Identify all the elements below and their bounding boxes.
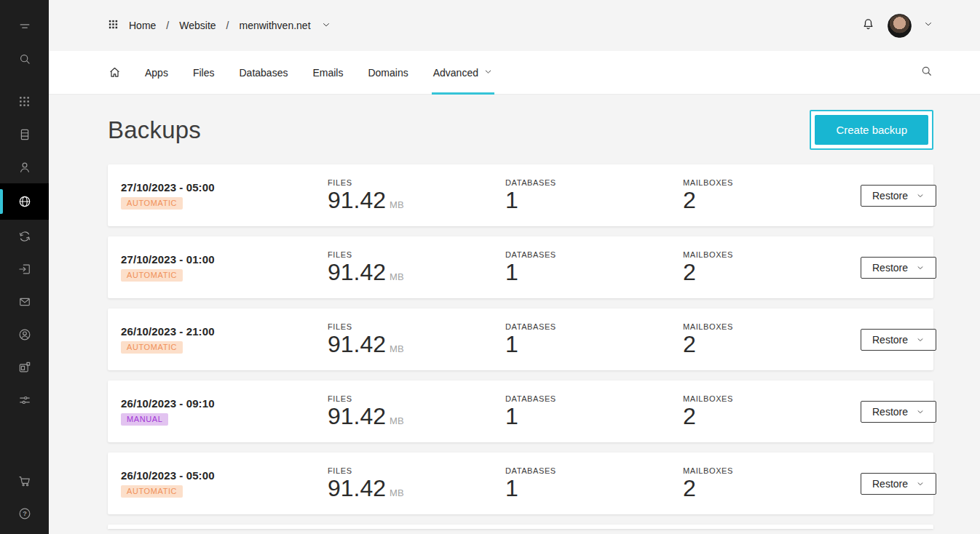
restore-button[interactable]: Restore [861, 329, 936, 351]
mailboxes-value: 2 [683, 405, 861, 429]
databases-label: DATABASES [505, 250, 683, 259]
chevron-down-icon[interactable] [321, 20, 331, 32]
active-indicator [0, 189, 3, 214]
files-label: FILES [328, 394, 505, 403]
server-icon[interactable] [0, 118, 49, 151]
breadcrumb-domain[interactable]: menwithven.net [239, 20, 310, 31]
backup-datetime: 26/10/2023 - 05:00 [121, 469, 328, 482]
tab-advanced-label: Advanced [433, 67, 478, 79]
mailboxes-value: 2 [683, 477, 861, 501]
mail-icon[interactable] [0, 285, 49, 318]
cart-icon[interactable] [0, 464, 49, 497]
databases-label: DATABASES [505, 322, 683, 331]
chevron-down-icon [916, 191, 925, 200]
chevron-down-icon [916, 479, 925, 488]
backup-meta: 27/10/2023 - 01:00 AUTOMATIC [121, 253, 328, 282]
help-icon[interactable]: ? [0, 497, 49, 530]
breadcrumb-website[interactable]: Website [179, 20, 216, 31]
files-unit: MB [390, 271, 404, 282]
files-unit: MB [390, 199, 404, 210]
backup-files-stat: FILES 91.42MB [328, 178, 505, 213]
tab-advanced[interactable]: Advanced [432, 51, 494, 95]
tab-databases[interactable]: Databases [237, 51, 289, 95]
restore-label: Restore [872, 334, 908, 346]
mailboxes-value: 2 [683, 188, 861, 213]
avatar[interactable] [888, 14, 912, 38]
page-title: Backups [108, 116, 201, 144]
backup-meta: 26/10/2023 - 05:00 AUTOMATIC [121, 469, 328, 498]
svg-text:?: ? [23, 510, 27, 517]
restore-button[interactable]: Restore [861, 401, 936, 423]
mailboxes-label: MAILBOXES [683, 322, 861, 331]
account-chevron-down-icon[interactable] [923, 19, 933, 32]
tab-files[interactable]: Files [191, 51, 216, 95]
backup-files-stat: FILES 91.42MB [328, 394, 505, 429]
create-backup-button[interactable]: Create backup [815, 115, 928, 145]
chevron-down-icon [916, 335, 925, 344]
databases-value: 1 [505, 405, 683, 429]
backup-datetime: 27/10/2023 - 05:00 [121, 181, 328, 194]
files-label: FILES [328, 466, 505, 475]
backup-mailboxes-stat: MAILBOXES 2 [683, 250, 861, 285]
restore-button[interactable]: Restore [861, 257, 936, 279]
account-circle-icon[interactable] [0, 318, 49, 351]
gallery-icon[interactable] [0, 351, 49, 383]
content: Backups Create backup 27/10/2023 - 05:00… [49, 95, 980, 534]
files-size: 91.42 [328, 331, 386, 357]
backup-datetime: 26/10/2023 - 21:00 [121, 325, 328, 338]
files-size: 91.42 [328, 475, 386, 501]
files-value: 91.42MB [328, 188, 505, 213]
files-value: 91.42MB [328, 405, 505, 429]
globe-icon[interactable] [0, 183, 49, 220]
breadcrumb-separator: / [226, 20, 229, 31]
main-area: Home / Website / menwithven.net Apps Fil… [49, 0, 980, 534]
restore-label: Restore [872, 262, 908, 274]
backup-databases-stat: DATABASES 1 [505, 178, 683, 213]
sidebar: ? [0, 0, 49, 534]
apps-grid-icon[interactable] [0, 85, 49, 118]
files-size: 91.42 [328, 403, 386, 429]
tab-home[interactable] [108, 65, 122, 79]
restore-label: Restore [872, 190, 908, 202]
backup-list: 27/10/2023 - 05:00 AUTOMATIC FILES 91.42… [108, 164, 933, 514]
waffle-grid-icon[interactable] [108, 19, 119, 32]
backup-card: 26/10/2023 - 05:00 AUTOMATIC FILES 91.42… [108, 453, 933, 514]
backup-card: 26/10/2023 - 09:10 MANUAL FILES 91.42MB … [108, 380, 933, 442]
sync-icon[interactable] [0, 220, 49, 252]
tab-emails[interactable]: Emails [311, 51, 344, 95]
search-icon[interactable] [920, 64, 933, 81]
mailboxes-value: 2 [683, 260, 861, 285]
restore-button[interactable]: Restore [861, 185, 936, 207]
page-header: Backups Create backup [108, 110, 933, 150]
menu-icon[interactable] [0, 9, 49, 42]
tab-domains[interactable]: Domains [366, 51, 409, 95]
restore-button[interactable]: Restore [861, 473, 936, 495]
files-unit: MB [390, 487, 404, 498]
restore-label: Restore [872, 478, 908, 490]
breadcrumb-home[interactable]: Home [129, 20, 156, 31]
backup-databases-stat: DATABASES 1 [505, 250, 683, 285]
files-label: FILES [328, 322, 505, 331]
files-label: FILES [328, 178, 505, 187]
databases-value: 1 [505, 188, 683, 213]
search-icon[interactable] [0, 42, 49, 75]
notifications-bell-icon[interactable] [861, 17, 876, 35]
files-value: 91.42MB [328, 260, 505, 285]
restore-label: Restore [872, 406, 908, 418]
backup-type-badge: MANUAL [121, 413, 168, 426]
sliders-icon[interactable] [0, 383, 49, 416]
breadcrumb: Home / Website / menwithven.net [108, 19, 331, 32]
files-label: FILES [328, 250, 505, 259]
backup-files-stat: FILES 91.42MB [328, 322, 505, 357]
backup-meta: 27/10/2023 - 05:00 AUTOMATIC [121, 181, 328, 210]
files-value: 91.42MB [328, 332, 505, 357]
tab-apps[interactable]: Apps [143, 51, 170, 95]
backup-card-partial [108, 525, 933, 529]
files-value: 91.42MB [328, 477, 505, 501]
backup-mailboxes-stat: MAILBOXES 2 [683, 178, 861, 213]
login-icon[interactable] [0, 252, 49, 285]
user-icon[interactable] [0, 151, 49, 183]
backup-datetime: 27/10/2023 - 01:00 [121, 253, 328, 266]
files-size: 91.42 [328, 187, 386, 213]
chevron-down-icon [483, 67, 493, 79]
